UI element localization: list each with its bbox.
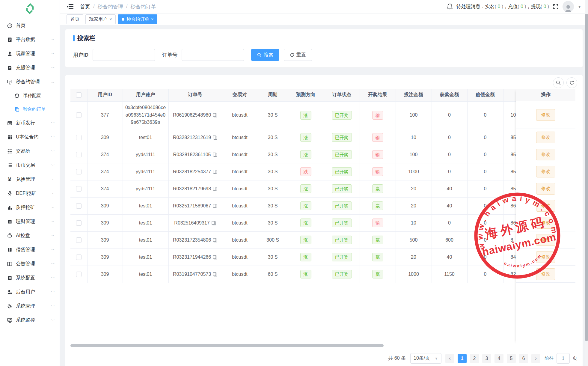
sidebar-item-12[interactable]: 理财管理﹀ (0, 215, 60, 229)
row-checkbox[interactable] (76, 169, 82, 174)
column-header-bet: 投注金额 (396, 89, 432, 101)
edit-button[interactable]: 修改 (536, 251, 555, 263)
status-badge: 赢 (372, 253, 383, 261)
sidebar-item-9[interactable]: ¥兑换管理﹀ (0, 172, 60, 186)
table-search-toggle-button[interactable] (553, 77, 564, 88)
book-icon (7, 261, 13, 267)
copy-icon[interactable] (212, 255, 217, 260)
row-checkbox[interactable] (76, 112, 82, 118)
status-badge: 已开奖 (332, 253, 352, 261)
sidebar-item-17[interactable]: 后台用户﹀ (0, 285, 60, 299)
horizontal-scroll-thumb[interactable] (70, 344, 384, 347)
copy-icon[interactable] (212, 238, 217, 243)
row-checkbox[interactable] (76, 152, 82, 157)
sidebar-subitem-币种配置[interactable]: 币种配置 (0, 89, 60, 103)
sidebar-item-18[interactable]: 系统管理﹀ (0, 299, 60, 313)
page-button-3[interactable]: 3 (482, 354, 491, 363)
row-checkbox[interactable] (76, 272, 82, 277)
cell-bet: 100 (396, 101, 432, 129)
select-all-checkbox[interactable] (76, 92, 82, 98)
status-badge: 涨 (300, 111, 311, 120)
sidebar-item-10[interactable]: DEFI挖矿﹀ (0, 186, 60, 201)
tab-玩家用户[interactable]: 玩家用户× (85, 14, 116, 24)
copy-icon[interactable] (212, 204, 217, 208)
sidebar-item-13[interactable]: AI控盘﹀ (0, 229, 60, 243)
status-badge: 涨 (300, 253, 311, 261)
row-checkbox[interactable] (76, 135, 82, 140)
sidebar-item-8[interactable]: 币币交易﹀ (0, 158, 60, 172)
tab-秒合约订单[interactable]: 秒合约订单× (118, 14, 157, 24)
page-button-4[interactable]: 4 (494, 354, 503, 363)
sidebar-item-5[interactable]: 新币发行﹀ (0, 116, 60, 130)
table-refresh-button[interactable] (566, 77, 577, 88)
bell-icon[interactable] (447, 3, 453, 10)
copy-icon[interactable] (212, 135, 217, 140)
edit-button[interactable]: 修改 (536, 183, 555, 195)
row-checkbox[interactable] (76, 237, 82, 243)
sidebar-item-4[interactable]: 秒合约管理︿ (0, 75, 60, 89)
order-no-input[interactable] (182, 49, 244, 61)
menu-fold-icon[interactable] (67, 4, 73, 10)
page-size-select[interactable]: 10条/页 ▼ (410, 353, 441, 364)
row-checkbox[interactable] (76, 254, 82, 260)
breadcrumb-level1[interactable]: 秒合约管理 (98, 3, 123, 10)
user-id-input[interactable] (93, 49, 155, 61)
user-avatar[interactable] (563, 1, 574, 12)
edit-button[interactable]: 修改 (536, 234, 555, 246)
edit-button[interactable]: 修改 (536, 132, 555, 143)
edit-button[interactable]: 修改 (536, 200, 555, 212)
copy-icon[interactable] (212, 186, 217, 191)
goto-page-input[interactable] (557, 353, 570, 364)
notice-item: 提现( 0 ) (531, 4, 549, 10)
row-checkbox[interactable] (76, 220, 82, 226)
prev-page-button[interactable]: ‹ (445, 354, 454, 363)
status-badge: 输 (372, 150, 383, 159)
pending-messages: 待处理消息：实名( 0 )，充值( 0 )，提现( 0 ) (456, 4, 549, 10)
tab-首页[interactable]: 首页 (67, 14, 83, 24)
sidebar-item-11[interactable]: 质押挖矿﹀ (0, 201, 60, 215)
tab-close-icon[interactable]: × (109, 17, 112, 22)
sidebar-item-1[interactable]: 平台数据﹀ (0, 33, 60, 47)
edit-button[interactable]: 修改 (536, 268, 555, 280)
sidebar-item-14[interactable]: 借贷管理﹀ (0, 243, 60, 257)
copy-icon[interactable] (212, 152, 217, 157)
edit-button[interactable]: 修改 (536, 149, 555, 160)
row-checkbox[interactable] (76, 203, 82, 209)
copy-icon[interactable] (211, 221, 216, 225)
sidebar-item-0[interactable]: 首页 (0, 19, 60, 33)
copy-icon[interactable] (212, 272, 217, 277)
page-button-2[interactable]: 2 (470, 354, 479, 363)
table-row: 374yyds1111R0328182179698btcusdt30 S涨已开奖… (70, 180, 575, 197)
page-button-1[interactable]: 1 (458, 354, 467, 363)
user-menu-caret-icon[interactable]: ▼ (578, 4, 581, 9)
tab-close-icon[interactable]: × (151, 17, 153, 22)
sidebar-item-3[interactable]: 充提管理﹀ (0, 61, 60, 75)
sidebar-item-19[interactable]: 系统监控﹀ (0, 313, 60, 327)
sidebar-item-16[interactable]: 系统配置﹀ (0, 271, 60, 285)
cell-direction: 涨 (288, 129, 324, 146)
sidebar-item-15[interactable]: 公告管理﹀ (0, 257, 60, 271)
sidebar-item-label: 公告管理 (16, 261, 35, 267)
page-button-6[interactable]: 6 (519, 354, 528, 363)
edit-button[interactable]: 修改 (536, 109, 555, 121)
search-button[interactable]: 搜索 (251, 49, 279, 61)
row-checkbox[interactable] (76, 186, 82, 192)
sidebar-item-7[interactable]: 交易所﹀ (0, 144, 60, 158)
sidebar-item-2[interactable]: 玩家管理﹀ (0, 47, 60, 61)
edit-button[interactable]: 修改 (536, 166, 555, 177)
cell-order-no: R032516409317 (168, 214, 222, 231)
sidebar-item-6[interactable]: U本位合约﹀ (0, 130, 60, 144)
next-page-button[interactable]: › (531, 354, 540, 363)
sidebar-subitem-秒合约订单[interactable]: 秒合约订单 (0, 103, 60, 116)
page-scrollbar-thumb[interactable] (585, 14, 588, 341)
cell-result: 输 (360, 214, 396, 231)
edit-button[interactable]: 修改 (536, 217, 555, 229)
cell-period: 30 S (258, 197, 288, 214)
page-button-5[interactable]: 5 (507, 354, 516, 363)
copy-icon[interactable] (212, 113, 217, 118)
fullscreen-icon[interactable] (553, 4, 559, 10)
copy-icon[interactable] (212, 169, 217, 174)
breadcrumb-home[interactable]: 首页 (80, 3, 90, 10)
reset-button[interactable]: 重置 (284, 49, 312, 61)
breadcrumb-separator: / (126, 4, 128, 10)
